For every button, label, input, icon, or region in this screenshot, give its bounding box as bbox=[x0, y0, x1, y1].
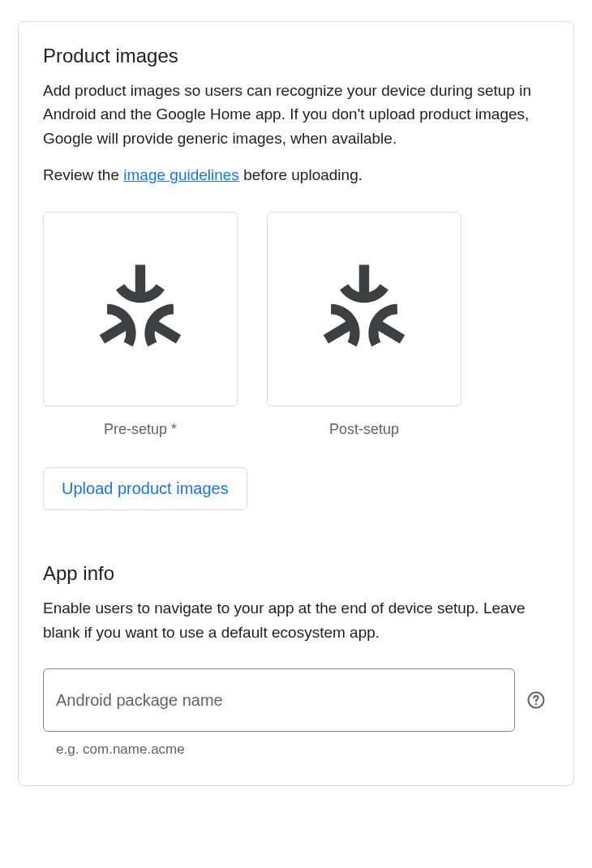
post-setup-caption: Post-setup bbox=[329, 421, 399, 438]
pre-setup-image-box[interactable] bbox=[43, 212, 238, 406]
package-field-row: Android package name bbox=[43, 668, 549, 732]
android-package-hint: e.g. com.name.acme bbox=[56, 741, 549, 758]
pre-setup-slot: Pre-setup * bbox=[43, 212, 238, 438]
review-prefix: Review the bbox=[43, 166, 123, 183]
post-setup-slot: Post-setup bbox=[267, 212, 461, 438]
product-images-description: Add product images so users can recogniz… bbox=[43, 79, 549, 150]
matter-placeholder-icon bbox=[314, 259, 414, 359]
matter-placeholder-icon bbox=[90, 259, 191, 359]
help-icon[interactable] bbox=[526, 690, 546, 710]
image-guidelines-link[interactable]: image guidelines bbox=[123, 166, 239, 183]
image-slots-row: Pre-setup * Post-setup bbox=[43, 212, 549, 438]
app-info-title: App info bbox=[43, 562, 549, 585]
product-images-title: Product images bbox=[43, 45, 549, 67]
settings-card: Product images Add product images so use… bbox=[18, 21, 574, 786]
app-info-description: Enable users to navigate to your app at … bbox=[43, 596, 549, 644]
upload-product-images-button[interactable]: Upload product images bbox=[43, 467, 247, 510]
pre-setup-caption: Pre-setup * bbox=[104, 421, 177, 438]
svg-point-1 bbox=[535, 703, 537, 705]
post-setup-image-box[interactable] bbox=[267, 212, 461, 406]
android-package-input[interactable] bbox=[43, 668, 515, 732]
android-package-field: Android package name bbox=[43, 668, 515, 732]
review-suffix: before uploading. bbox=[239, 166, 362, 183]
review-line: Review the image guidelines before uploa… bbox=[43, 166, 549, 184]
